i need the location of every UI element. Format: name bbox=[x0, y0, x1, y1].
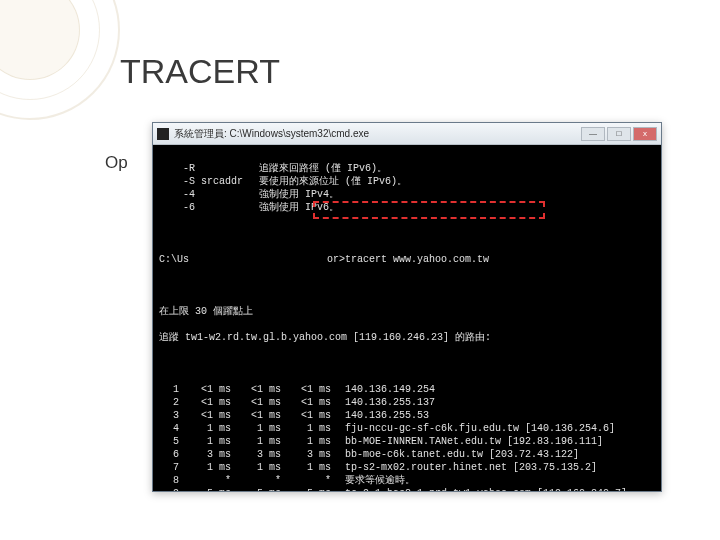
trace-header: 在上限 30 個躍點上 bbox=[159, 305, 655, 318]
option-desc: 要使用的來源位址 (僅 IPv6)。 bbox=[259, 175, 407, 188]
hop-host: 140.136.255.137 bbox=[339, 396, 435, 409]
hop-time: <1 ms bbox=[289, 409, 339, 422]
prompt-left: C:\Us bbox=[159, 254, 189, 265]
window-controls: — □ x bbox=[581, 127, 657, 141]
hop-number: 1 bbox=[159, 383, 189, 396]
cmd-icon bbox=[157, 128, 169, 140]
window-titlebar[interactable]: 系統管理員: C:\Windows\system32\cmd.exe — □ x bbox=[153, 123, 661, 145]
hop-time: 1 ms bbox=[289, 435, 339, 448]
maximize-button[interactable]: □ bbox=[607, 127, 631, 141]
hop-time: <1 ms bbox=[189, 396, 239, 409]
hop-time: <1 ms bbox=[289, 396, 339, 409]
option-row: -R追蹤來回路徑 (僅 IPv6)。 bbox=[159, 162, 655, 175]
hop-number: 3 bbox=[159, 409, 189, 422]
hop-time: 1 ms bbox=[189, 422, 239, 435]
hop-host: tp-s2-mx02.router.hinet.net [203.75.135.… bbox=[339, 461, 597, 474]
hop-time: * bbox=[189, 474, 239, 487]
hop-row: 71 ms1 ms1 mstp-s2-mx02.router.hinet.net… bbox=[159, 461, 655, 474]
hop-time: 3 ms bbox=[289, 448, 339, 461]
hop-time: <1 ms bbox=[189, 383, 239, 396]
hop-number: 6 bbox=[159, 448, 189, 461]
hop-time: <1 ms bbox=[289, 383, 339, 396]
hop-number: 4 bbox=[159, 422, 189, 435]
option-desc: 強制使用 IPv4。 bbox=[259, 188, 339, 201]
hop-number: 8 bbox=[159, 474, 189, 487]
hop-host: 140.136.149.254 bbox=[339, 383, 435, 396]
hop-time: 1 ms bbox=[289, 422, 339, 435]
hop-time: 5 ms bbox=[289, 487, 339, 491]
option-desc: 強制使用 IPv6。 bbox=[259, 201, 339, 214]
hop-number: 2 bbox=[159, 396, 189, 409]
tracert-command: or>tracert www.yahoo.com.tw bbox=[327, 254, 489, 265]
option-flag: -S srcaddr bbox=[159, 175, 259, 188]
hop-time: 5 ms bbox=[189, 487, 239, 491]
hop-number: 7 bbox=[159, 461, 189, 474]
hop-time: 1 ms bbox=[239, 461, 289, 474]
hop-time: 3 ms bbox=[189, 448, 239, 461]
option-desc: 追蹤來回路徑 (僅 IPv6)。 bbox=[259, 162, 387, 175]
hop-time: 1 ms bbox=[189, 461, 239, 474]
hop-row: 95 ms5 ms5 mstc-9-1.bas2-1-prd.tw1.yahoo… bbox=[159, 487, 655, 491]
option-flag: -6 bbox=[159, 201, 259, 214]
option-row: -S srcaddr要使用的來源位址 (僅 IPv6)。 bbox=[159, 175, 655, 188]
slide-title: TRACERT bbox=[120, 52, 280, 91]
hop-row: 2<1 ms<1 ms<1 ms140.136.255.137 bbox=[159, 396, 655, 409]
trace-target: 追蹤 tw1-w2.rd.tw.gl.b.yahoo.com [119.160.… bbox=[159, 331, 655, 344]
hop-host: 要求等候逾時。 bbox=[339, 474, 415, 487]
terminal-output[interactable]: -R追蹤來回路徑 (僅 IPv6)。 -S srcaddr要使用的來源位址 (僅… bbox=[153, 145, 661, 491]
hop-time: 3 ms bbox=[239, 448, 289, 461]
hop-time: * bbox=[239, 474, 289, 487]
hop-row: 63 ms3 ms3 msbb-moe-c6k.tanet.edu.tw [20… bbox=[159, 448, 655, 461]
option-flag: -4 bbox=[159, 188, 259, 201]
window-title: 系統管理員: C:\Windows\system32\cmd.exe bbox=[174, 127, 369, 141]
hop-host: 140.136.255.53 bbox=[339, 409, 429, 422]
option-flag: -R bbox=[159, 162, 259, 175]
cmd-window: 系統管理員: C:\Windows\system32\cmd.exe — □ x… bbox=[152, 122, 662, 492]
hop-time: <1 ms bbox=[189, 409, 239, 422]
hop-number: 5 bbox=[159, 435, 189, 448]
hop-time: <1 ms bbox=[239, 409, 289, 422]
hop-time: 1 ms bbox=[239, 435, 289, 448]
hop-row: 41 ms1 ms1 msfju-nccu-gc-sf-c6k.fju.edu.… bbox=[159, 422, 655, 435]
hop-host: tc-9-1.bas2-1-prd.tw1.yahoo.com [119.160… bbox=[339, 487, 627, 491]
slide-body-text: Op bbox=[105, 153, 128, 173]
hop-row: 51 ms1 ms1 msbb-MOE-INNREN.TANet.edu.tw … bbox=[159, 435, 655, 448]
option-row: -6強制使用 IPv6。 bbox=[159, 201, 655, 214]
hop-number: 9 bbox=[159, 487, 189, 491]
hop-host: bb-moe-c6k.tanet.edu.tw [203.72.43.122] bbox=[339, 448, 579, 461]
hop-row: 1<1 ms<1 ms<1 ms140.136.149.254 bbox=[159, 383, 655, 396]
close-button[interactable]: x bbox=[633, 127, 657, 141]
hop-host: fju-nccu-gc-sf-c6k.fju.edu.tw [140.136.2… bbox=[339, 422, 615, 435]
hop-row: 3<1 ms<1 ms<1 ms140.136.255.53 bbox=[159, 409, 655, 422]
hop-time: 5 ms bbox=[239, 487, 289, 491]
minimize-button[interactable]: — bbox=[581, 127, 605, 141]
hop-host: bb-MOE-INNREN.TANet.edu.tw [192.83.196.1… bbox=[339, 435, 603, 448]
option-row: -4強制使用 IPv4。 bbox=[159, 188, 655, 201]
hop-time: 1 ms bbox=[189, 435, 239, 448]
hop-time: 1 ms bbox=[239, 422, 289, 435]
hop-time: * bbox=[289, 474, 339, 487]
hop-time: 1 ms bbox=[289, 461, 339, 474]
hop-time: <1 ms bbox=[239, 383, 289, 396]
hop-time: <1 ms bbox=[239, 396, 289, 409]
hop-row: 8***要求等候逾時。 bbox=[159, 474, 655, 487]
slide-background: Op TRACERT 系統管理員: C:\Windows\system32\cm… bbox=[0, 0, 720, 540]
